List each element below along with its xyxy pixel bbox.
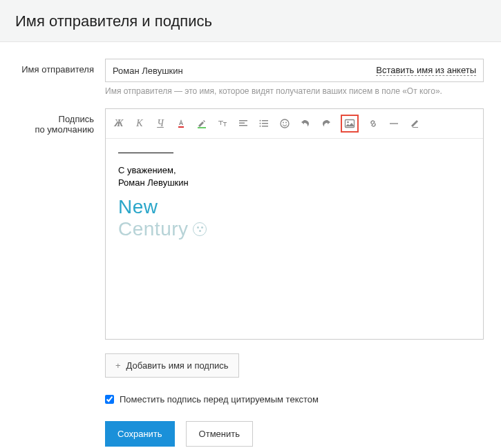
sender-label: Имя отправителя xyxy=(0,59,105,96)
svg-point-8 xyxy=(347,121,349,124)
svg-rect-0 xyxy=(198,127,206,128)
svg-point-1 xyxy=(260,120,261,121)
font-size-button[interactable] xyxy=(216,117,229,130)
signature-line1: С уважением, xyxy=(118,165,176,175)
svg-point-2 xyxy=(260,123,261,124)
sender-row: Имя отправителя Вставить имя из анкеты И… xyxy=(0,59,486,96)
redo-button[interactable] xyxy=(320,117,332,130)
signature-divider xyxy=(118,153,173,153)
logo-line2: Century xyxy=(118,218,471,240)
emoji-button[interactable] xyxy=(278,117,291,130)
insert-from-profile-link[interactable]: Вставить имя из анкеты xyxy=(376,65,476,76)
page-title: Имя отправителя и подпись xyxy=(15,12,486,30)
logo-line2-text: Century xyxy=(118,218,189,240)
highlight-color-button[interactable] xyxy=(196,117,208,130)
editor-toolbar: Ж К Ч xyxy=(106,109,483,139)
page-header: Имя отправителя и подпись xyxy=(0,0,501,42)
svg-point-3 xyxy=(260,126,261,127)
place-before-quote-label: Поместить подпись перед цитируемым текст… xyxy=(120,394,319,405)
cancel-button[interactable]: Отменить xyxy=(186,421,253,447)
sender-input-wrap: Вставить имя из анкеты xyxy=(105,59,484,82)
add-signature-label: Добавить имя и подпись xyxy=(126,360,229,371)
insert-image-button[interactable] xyxy=(341,115,359,133)
undo-button[interactable] xyxy=(299,117,312,130)
text-color-button[interactable] xyxy=(175,117,187,130)
sender-name-input[interactable] xyxy=(106,59,376,81)
underline-button[interactable]: Ч xyxy=(154,117,167,130)
svg-rect-9 xyxy=(390,123,398,124)
place-before-quote-row[interactable]: Поместить подпись перед цитируемым текст… xyxy=(105,394,484,405)
clear-format-button[interactable] xyxy=(408,117,421,130)
svg-point-5 xyxy=(283,122,284,124)
list-button[interactable] xyxy=(258,117,270,130)
signature-row: Подпись по умолчанию Ж К Ч xyxy=(0,108,486,447)
svg-point-6 xyxy=(285,122,287,124)
horizontal-rule-button[interactable] xyxy=(388,117,400,130)
svg-point-4 xyxy=(281,119,289,128)
logo-line1: New xyxy=(118,196,471,218)
content: Имя отправителя Вставить имя из анкеты И… xyxy=(0,42,501,448)
signature-logo: New Century xyxy=(118,196,471,240)
signature-label-line1: Подпись xyxy=(59,114,94,124)
editor-body[interactable]: С уважением, Роман Левушкин New Century xyxy=(106,139,483,339)
add-signature-button[interactable]: + Добавить имя и подпись xyxy=(105,353,239,378)
logo-icon xyxy=(193,222,207,236)
actions-row: Сохранить Отменить xyxy=(105,421,484,447)
place-before-quote-checkbox[interactable] xyxy=(105,395,114,404)
signature-label: Подпись по умолчанию xyxy=(0,108,105,447)
align-button[interactable] xyxy=(237,117,249,130)
signature-line2: Роман Левушкин xyxy=(118,177,189,188)
signature-text: С уважением, Роман Левушкин xyxy=(118,164,471,189)
plus-icon: + xyxy=(115,360,121,371)
insert-link-button[interactable] xyxy=(367,117,379,130)
save-button[interactable]: Сохранить xyxy=(105,421,175,447)
bold-button[interactable]: Ж xyxy=(113,117,125,130)
sender-hint: Имя отправителя — это имя, которое видят… xyxy=(105,86,484,96)
signature-label-line2: по умолчанию xyxy=(35,124,94,135)
signature-editor: Ж К Ч xyxy=(105,108,484,340)
italic-button[interactable]: К xyxy=(133,117,146,130)
